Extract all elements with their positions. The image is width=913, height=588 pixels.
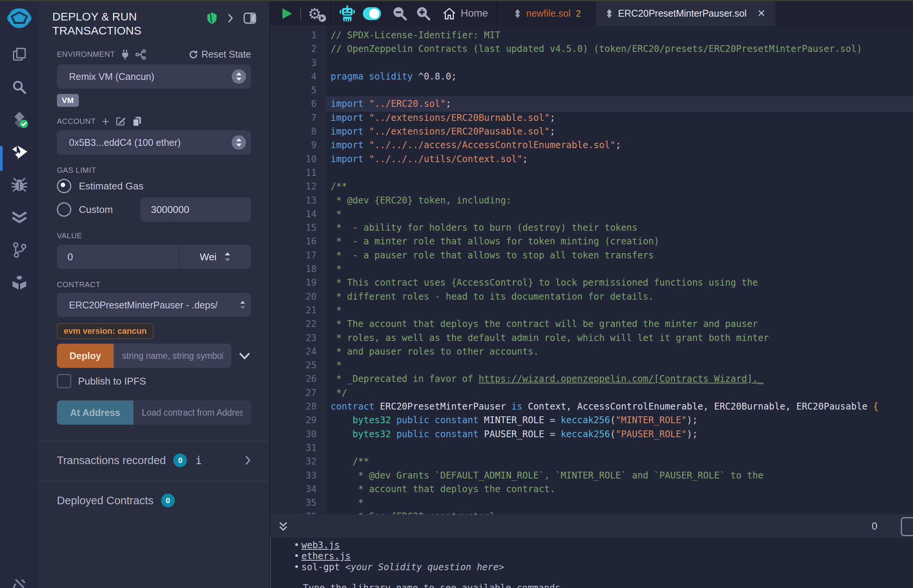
custom-gas-radio[interactable]: [57, 202, 71, 217]
collapse-terminal-icon[interactable]: [278, 521, 289, 532]
plugin-connector-icon[interactable]: [10, 578, 29, 588]
environment-select[interactable]: Remix VM (Cancun): [57, 65, 251, 89]
zoom-out-icon[interactable]: [392, 6, 408, 21]
reset-state-button[interactable]: Reset State: [188, 49, 251, 60]
solidity-compiler-icon[interactable]: [11, 111, 28, 128]
terminal-listen-checkbox[interactable]: [901, 517, 913, 536]
run-script-icon[interactable]: [281, 8, 293, 20]
file-explorer-icon[interactable]: [11, 46, 28, 63]
code-line[interactable]: 12/**: [270, 179, 913, 193]
code-line[interactable]: 26 * _Deprecated in favor of https://wiz…: [270, 372, 913, 386]
value-input[interactable]: [57, 245, 179, 269]
line-number: 14: [270, 207, 326, 221]
expand-transactions-icon[interactable]: [245, 456, 251, 465]
fork-environment-icon[interactable]: [135, 49, 146, 60]
code-line[interactable]: 14 *: [270, 207, 913, 221]
value-unit-select[interactable]: Wei: [180, 245, 251, 269]
code-line[interactable]: 34 * account that deploys the contract.: [270, 482, 913, 496]
tab-newfile[interactable]: newfile.sol 2: [504, 1, 591, 26]
copy-account-icon[interactable]: [132, 116, 142, 126]
code-line[interactable]: 2// OpenZeppelin Contracts (last updated…: [270, 42, 913, 56]
line-number: 10: [270, 152, 326, 166]
deployed-contracts-section[interactable]: Deployed Contracts 0: [57, 494, 251, 507]
code-line[interactable]: 5: [270, 83, 913, 97]
constructor-args-input[interactable]: [114, 344, 231, 368]
pin-panel-icon[interactable]: [243, 12, 256, 24]
code-line[interactable]: 15 * - ability for holders to burn (dest…: [270, 221, 913, 234]
code-line[interactable]: 32 /**: [270, 455, 913, 468]
add-account-icon[interactable]: +: [102, 116, 109, 126]
line-content: bytes32 public constant PAUSER_ROLE = ke…: [326, 427, 913, 441]
code-line[interactable]: 30 bytes32 public constant PAUSER_ROLE =…: [270, 427, 913, 441]
line-content: */: [326, 386, 913, 400]
line-content: * roles, as well as the default admin ro…: [326, 331, 913, 345]
custom-gas-input[interactable]: [140, 197, 251, 221]
code-line[interactable]: 11: [270, 166, 913, 179]
active-plugin-indicator: [0, 146, 3, 171]
code-line[interactable]: 7import "../extensions/ERC20Burnable.sol…: [270, 111, 913, 124]
git-icon[interactable]: [11, 241, 28, 259]
home-tab[interactable]: Home: [442, 7, 488, 20]
tab-erc20presetminterpauser[interactable]: ERC20PresetMinterPauser.sol ✕: [596, 1, 775, 26]
line-content: [326, 441, 913, 455]
contract-select[interactable]: ERC20PresetMinterPauser - .deps/: [57, 293, 251, 317]
deploy-run-icon[interactable]: [11, 144, 28, 161]
code-line[interactable]: 29 bytes32 public constant MINTER_ROLE =…: [270, 414, 913, 427]
debugger-icon[interactable]: [11, 176, 28, 194]
deploy-button[interactable]: Deploy: [57, 344, 114, 368]
modules-icon[interactable]: [11, 274, 28, 291]
code-line[interactable]: 35 *: [270, 496, 913, 510]
account-select[interactable]: 0x5B3...eddC4 (100 ether): [57, 130, 251, 155]
line-number: 1: [270, 28, 326, 42]
web3js-link[interactable]: web3.js: [301, 540, 340, 551]
line-number: 11: [270, 166, 326, 179]
code-line[interactable]: 31: [270, 441, 913, 455]
code-line[interactable]: 19 * This contract uses {AccessControl} …: [270, 276, 913, 289]
ethersjs-link[interactable]: ethers.js: [301, 551, 351, 562]
line-number: 23: [270, 331, 326, 345]
code-line[interactable]: 3: [270, 56, 913, 70]
ai-copilot-robot-icon[interactable]: [339, 5, 355, 22]
info-icon[interactable]: i: [195, 454, 202, 467]
script-config-icon[interactable]: ⚙: [308, 5, 325, 22]
line-content: *: [326, 262, 913, 276]
remix-logo-icon[interactable]: [7, 6, 32, 31]
unit-testing-icon[interactable]: [11, 209, 28, 226]
code-line[interactable]: 21 *: [270, 304, 913, 317]
collapse-panel-icon[interactable]: [228, 13, 233, 23]
code-line[interactable]: 20 * different roles - head to its docum…: [270, 290, 913, 304]
code-line[interactable]: 23 * roles, as well as the default admin…: [270, 331, 913, 345]
code-line[interactable]: 17 * - a pauser role that allows to stop…: [270, 249, 913, 262]
code-line[interactable]: 8import "../extensions/ERC20Pausable.sol…: [270, 124, 913, 138]
line-content: /**: [326, 455, 913, 468]
panel-title: DEPLOY & RUN TRANSACTIONS: [52, 10, 206, 37]
transactions-recorded-section[interactable]: Transactions recorded 0 i: [57, 454, 251, 467]
line-content: [326, 56, 913, 70]
zoom-in-icon[interactable]: [416, 6, 431, 21]
code-line[interactable]: 24 * and pauser roles to other accounts.: [270, 345, 913, 359]
expand-constructor-args-icon[interactable]: [238, 351, 251, 361]
publish-ipfs-checkbox[interactable]: [57, 374, 71, 388]
code-line[interactable]: 10import "../../../utils/Context.sol";: [270, 152, 913, 166]
code-line[interactable]: 4pragma solidity ^0.8.0;: [270, 70, 913, 83]
code-line[interactable]: 13 * @dev {ERC20} token, including:: [270, 194, 913, 207]
at-address-button[interactable]: At Address: [57, 401, 133, 425]
ai-copilot-toggle[interactable]: [363, 7, 381, 20]
close-tab-icon[interactable]: ✕: [757, 8, 766, 19]
code-line[interactable]: 16 * - a minter role that allows for tok…: [270, 234, 913, 248]
plug-icon[interactable]: [120, 49, 130, 60]
code-line[interactable]: 28contract ERC20PresetMinterPauser is Co…: [270, 400, 913, 414]
sign-message-icon[interactable]: [115, 116, 126, 126]
at-address-input[interactable]: [133, 401, 251, 425]
code-line[interactable]: 1// SPDX-License-Identifier: MIT: [270, 28, 913, 42]
code-line[interactable]: 9import "../../../access/AccessControlEn…: [270, 138, 913, 152]
code-line[interactable]: 27 */: [270, 386, 913, 400]
code-line[interactable]: 22 * The account that deploys the contra…: [270, 317, 913, 331]
code-line[interactable]: 6import "../ERC20.sol";: [270, 97, 913, 111]
search-icon[interactable]: [11, 78, 28, 96]
line-content: * This contract uses {AccessControl} to …: [326, 276, 913, 289]
code-line[interactable]: 25 *: [270, 359, 913, 372]
estimated-gas-radio[interactable]: [57, 179, 71, 193]
code-line[interactable]: 18 *: [270, 262, 913, 276]
code-line[interactable]: 33 * @dev Grants `DEFAULT_ADMIN_ROLE`, `…: [270, 468, 913, 482]
